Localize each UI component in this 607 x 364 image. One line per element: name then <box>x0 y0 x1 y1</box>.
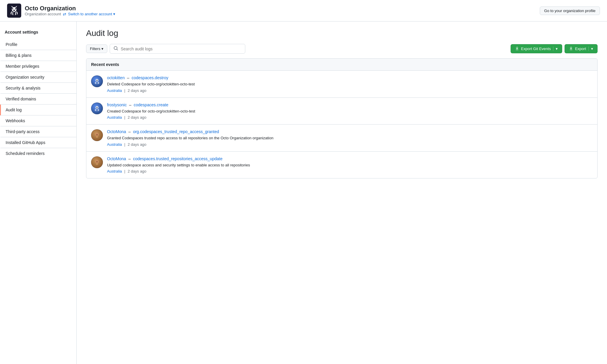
event-description: Granted Codespaces trusted repo access t… <box>107 135 593 141</box>
table-row: OctoMona – codespaces.trusted_repositori… <box>86 152 597 178</box>
header: Octo Organization Organization account ⇄… <box>0 0 607 21</box>
user-avatar-frostysonic <box>91 102 103 114</box>
org-profile-button[interactable]: Go to your organization profile <box>540 6 600 15</box>
search-icon <box>113 46 118 52</box>
event-body: OctoMona – org.codespaces_trusted_repo_a… <box>107 129 593 147</box>
event-location[interactable]: Australia <box>107 142 122 147</box>
org-logo <box>7 4 21 18</box>
user-avatar-octomona-1 <box>91 129 103 141</box>
event-title: octokitten – codespaces.destroy <box>107 75 593 80</box>
svg-point-5 <box>96 80 97 80</box>
svg-point-13 <box>96 134 97 135</box>
download-icon <box>569 46 573 51</box>
event-meta: Australia | 2 days ago <box>107 169 593 173</box>
event-action-link[interactable]: codespaces.destroy <box>132 75 169 80</box>
search-input[interactable] <box>121 47 241 51</box>
sidebar-item-scheduled-reminders[interactable]: Scheduled reminders <box>0 148 76 159</box>
svg-point-6 <box>97 80 98 80</box>
event-body: OctoMona – codespaces.trusted_repositori… <box>107 156 593 174</box>
event-description: Deleted Codespace for octo-org/octokitte… <box>107 81 593 87</box>
svg-point-8 <box>96 106 98 109</box>
toolbar: Filters ▾ <box>86 44 598 54</box>
download-icon <box>515 46 519 51</box>
event-description: Updated codespace access and security se… <box>107 162 593 168</box>
export-git-caret: ▾ <box>553 47 558 51</box>
event-action-link[interactable]: codespaces.create <box>134 102 169 107</box>
user-avatar-octokitten <box>91 75 103 87</box>
sidebar-item-github-apps[interactable]: Installed GitHub Apps <box>0 137 76 148</box>
event-meta: Australia | 2 days ago <box>107 88 593 93</box>
table-row: frostysonic – codespaces.create Created … <box>86 98 597 125</box>
svg-point-17 <box>97 161 98 162</box>
switch-account-link[interactable]: Switch to another account ▾ <box>68 12 116 16</box>
sidebar-item-third-party[interactable]: Third-party access <box>0 126 76 137</box>
sidebar-title: Account settings <box>0 27 76 39</box>
org-name: Octo Organization <box>25 5 115 12</box>
event-user-link[interactable]: octokitten <box>107 75 125 80</box>
svg-point-3 <box>13 10 15 11</box>
main-content: Audit log Filters ▾ <box>77 21 607 364</box>
svg-point-7 <box>96 81 98 81</box>
event-description: Created Codespace for octo-org/octokitte… <box>107 108 593 114</box>
org-type: Organization account <box>25 12 61 16</box>
export-caret: ▾ <box>588 47 593 51</box>
export-button[interactable]: Export ▾ <box>565 44 598 53</box>
event-time: 2 days ago <box>128 169 147 173</box>
svg-point-4 <box>96 79 98 82</box>
event-user-link[interactable]: OctoMona <box>107 156 126 161</box>
event-title: frostysonic – codespaces.create <box>107 102 593 107</box>
event-body: frostysonic – codespaces.create Created … <box>107 102 593 120</box>
sidebar-item-audit-log[interactable]: Audit log <box>0 105 76 115</box>
event-time: 2 days ago <box>128 88 147 93</box>
events-header: Recent events <box>86 59 597 71</box>
org-info: Octo Organization Organization account ⇄… <box>25 5 115 16</box>
layout: Account settings Profile Billing & plans… <box>0 21 607 364</box>
chevron-down-icon: ▾ <box>101 47 103 51</box>
sidebar-item-profile[interactable]: Profile <box>0 39 76 50</box>
sidebar-item-verified-domains[interactable]: Verified domains <box>0 94 76 105</box>
svg-point-14 <box>97 134 98 135</box>
page-title: Audit log <box>86 29 598 38</box>
event-location[interactable]: Australia <box>107 169 122 173</box>
toolbar-right: Export Git Events ▾ Export ▾ <box>511 44 598 53</box>
svg-point-0 <box>12 7 17 12</box>
event-user-link[interactable]: frostysonic <box>107 102 127 107</box>
search-wrapper <box>110 44 245 54</box>
svg-point-2 <box>15 8 16 9</box>
filters-button[interactable]: Filters ▾ <box>86 44 107 53</box>
event-location[interactable]: Australia <box>107 88 122 93</box>
svg-point-11 <box>96 107 98 108</box>
event-user-link[interactable]: OctoMona <box>107 129 126 134</box>
sidebar-item-webhooks[interactable]: Webhooks <box>0 115 76 126</box>
event-location[interactable]: Australia <box>107 115 122 120</box>
event-action-link[interactable]: codespaces.trusted_repositories_access_u… <box>133 156 223 161</box>
sidebar-item-org-security[interactable]: Organization security <box>0 72 76 83</box>
sidebar-item-security-analysis[interactable]: Security & analysis <box>0 83 76 94</box>
avatar <box>91 75 103 87</box>
chevron-down-icon: ▾ <box>113 12 115 16</box>
avatar <box>91 156 103 168</box>
svg-point-1 <box>12 8 13 9</box>
export-git-events-button[interactable]: Export Git Events ▾ <box>511 44 562 53</box>
avatar <box>91 129 103 141</box>
event-action-link[interactable]: org.codespaces_trusted_repo_access_grant… <box>133 129 219 134</box>
toolbar-left: Filters ▾ <box>86 44 245 54</box>
table-row: OctoMona – org.codespaces_trusted_repo_a… <box>86 125 597 152</box>
sidebar: Account settings Profile Billing & plans… <box>0 21 77 364</box>
event-title: OctoMona – codespaces.trusted_repositori… <box>107 156 593 161</box>
org-sub: Organization account ⇄ Switch to another… <box>25 12 115 16</box>
sidebar-item-billing[interactable]: Billing & plans <box>0 50 76 61</box>
svg-point-16 <box>96 161 97 162</box>
events-container: Recent events <box>86 58 598 178</box>
event-time: 2 days ago <box>128 115 147 120</box>
event-meta: Australia | 2 days ago <box>107 142 593 147</box>
svg-point-9 <box>96 107 97 107</box>
event-time: 2 days ago <box>128 142 147 147</box>
user-avatar-octomona-2 <box>91 156 103 168</box>
event-body: octokitten – codespaces.destroy Deleted … <box>107 75 593 93</box>
sidebar-item-member-privileges[interactable]: Member privileges <box>0 61 76 72</box>
table-row: octokitten – codespaces.destroy Deleted … <box>86 71 597 98</box>
event-meta: Australia | 2 days ago <box>107 115 593 120</box>
event-title: OctoMona – org.codespaces_trusted_repo_a… <box>107 129 593 134</box>
header-left: Octo Organization Organization account ⇄… <box>7 4 115 18</box>
